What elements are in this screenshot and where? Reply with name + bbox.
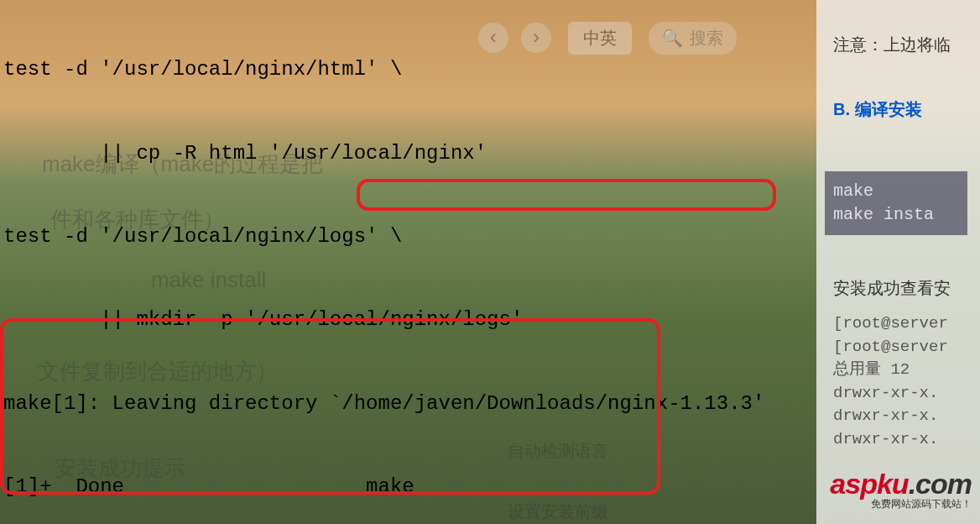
watermark-logo: aspku.com (830, 468, 972, 500)
listing-line: drwxr-xr-x. (833, 428, 967, 452)
sidebar-section-title: B. 编译安装 (833, 98, 967, 121)
listing-line: [root@server (833, 336, 967, 359)
highlight-annotation-cd (357, 179, 776, 211)
sidebar-note: 注意：上边将临 (833, 34, 967, 56)
sidebar-code-block: make make insta (825, 171, 967, 235)
highlight-annotation-ll (0, 318, 660, 495)
listing-line: 总用量 12 (833, 359, 967, 382)
watermark: aspku.com 免费网站源码下载站！ (830, 468, 972, 511)
terminal-line: test -d '/usr/local/nginx/html' \ (0, 55, 818, 83)
code-line: make (833, 180, 959, 203)
listing-line: drwxr-xr-x. (833, 382, 967, 406)
terminal-line: test -d '/usr/local/nginx/logs' \ (0, 223, 818, 250)
listing-line: [root@server (833, 312, 967, 336)
code-line: make insta (833, 203, 959, 227)
right-sidebar: 注意：上边将临 B. 编译安装 make make insta 安装成功查看安 … (816, 0, 980, 524)
terminal-line: || cp -R html '/usr/local/nginx' (0, 139, 818, 167)
sidebar-success-text: 安装成功查看安 (833, 277, 967, 300)
listing-line: drwxr-xr-x. (833, 405, 967, 428)
sidebar-listing: [root@server [root@server 总用量 12 drwxr-x… (833, 312, 967, 451)
